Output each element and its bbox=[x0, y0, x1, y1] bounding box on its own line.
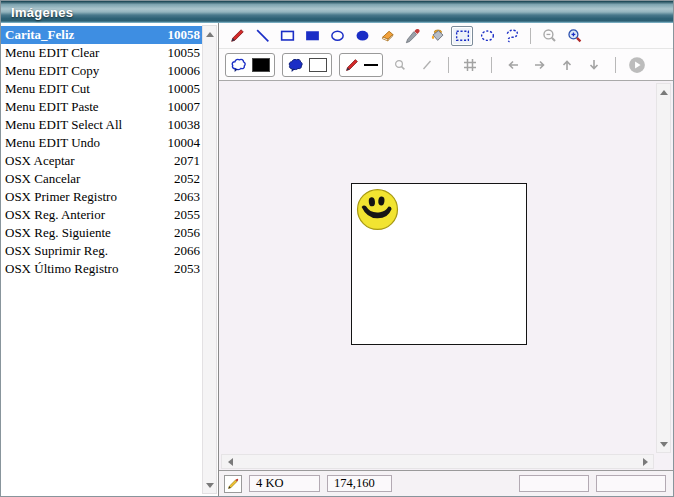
window-title: Imágenes bbox=[11, 5, 73, 20]
item-name: Carita_Feliz bbox=[5, 27, 168, 43]
filled-oval-tool-button[interactable] bbox=[351, 26, 373, 46]
item-name: Menu EDIT Undo bbox=[5, 135, 168, 151]
up-arrow-icon bbox=[660, 90, 668, 95]
play-icon bbox=[628, 56, 646, 74]
scroll-right-arrow[interactable] bbox=[638, 455, 652, 468]
oval-icon bbox=[329, 27, 346, 44]
arrow-up-icon bbox=[559, 57, 575, 73]
item-id: 10055 bbox=[168, 45, 201, 61]
grid-button bbox=[460, 55, 480, 75]
title-bar: Imágenes bbox=[1, 1, 673, 23]
select-rectangle-tool-button[interactable] bbox=[451, 26, 473, 46]
list-item[interactable]: Menu EDIT Undo 10004 bbox=[1, 134, 202, 152]
image-list-panel: Carita_Feliz 10058 Menu EDIT Clear 10055… bbox=[1, 23, 219, 496]
scroll-left-arrow[interactable] bbox=[223, 455, 237, 468]
grid-icon bbox=[462, 57, 478, 73]
list-item[interactable]: OSX Primer Registro 2063 bbox=[1, 188, 202, 206]
list-item[interactable]: OSX Suprimir Reg. 2066 bbox=[1, 242, 202, 260]
item-id: 2055 bbox=[174, 207, 200, 223]
horizontal-scrollbar[interactable] bbox=[221, 454, 654, 469]
foreground-color-swatch[interactable] bbox=[252, 58, 270, 72]
list-item[interactable]: Menu EDIT Copy 10006 bbox=[1, 62, 202, 80]
item-name: OSX Suprimir Reg. bbox=[5, 243, 174, 259]
magnifier-small-icon bbox=[393, 58, 407, 72]
status-bar: 4 KO 174,160 bbox=[219, 470, 673, 496]
up-arrow-icon bbox=[206, 32, 214, 37]
item-name: OSX Cancelar bbox=[5, 171, 174, 187]
line-width-picker[interactable] bbox=[339, 53, 383, 77]
nudge-up-button bbox=[557, 55, 577, 75]
filled-rectangle-icon bbox=[304, 27, 321, 44]
scroll-up-arrow[interactable] bbox=[203, 27, 216, 41]
picture-editor-panel: 4 KO 174,160 bbox=[219, 23, 673, 496]
list-item[interactable]: Carita_Feliz 10058 bbox=[1, 26, 202, 44]
nudge-right-button bbox=[530, 55, 550, 75]
item-id: 2071 bbox=[174, 153, 200, 169]
list-item[interactable]: Menu EDIT Cut 10005 bbox=[1, 80, 202, 98]
list-scrollbar[interactable] bbox=[202, 25, 217, 494]
paint-bucket-tool-button[interactable] bbox=[426, 26, 448, 46]
window-body: Carita_Feliz 10058 Menu EDIT Clear 10055… bbox=[1, 23, 673, 496]
rectangle-tool-button[interactable] bbox=[276, 26, 298, 46]
list-item[interactable]: OSX Último Registro 2053 bbox=[1, 260, 202, 278]
toolbar-separator bbox=[491, 57, 492, 73]
item-id: 10038 bbox=[168, 117, 201, 133]
list-item[interactable]: Menu EDIT Clear 10055 bbox=[1, 44, 202, 62]
item-name: Menu EDIT Copy bbox=[5, 63, 168, 79]
list-item[interactable]: OSX Reg. Anterior 2055 bbox=[1, 206, 202, 224]
scroll-down-arrow[interactable] bbox=[203, 478, 216, 492]
rectangle-icon bbox=[279, 27, 296, 44]
list-item[interactable]: OSX Aceptar 2071 bbox=[1, 152, 202, 170]
list-item[interactable]: OSX Cancelar 2052 bbox=[1, 170, 202, 188]
pencil-tool-button[interactable] bbox=[226, 26, 248, 46]
item-name: OSX Aceptar bbox=[5, 153, 174, 169]
zoom-in-button[interactable] bbox=[563, 26, 585, 46]
scroll-up-arrow[interactable] bbox=[657, 85, 670, 99]
line-width-sample bbox=[364, 64, 378, 66]
scroll-down-arrow[interactable] bbox=[657, 437, 670, 451]
item-id: 2052 bbox=[174, 171, 200, 187]
arrow-down-icon bbox=[586, 57, 602, 73]
line-tool-button[interactable] bbox=[251, 26, 273, 46]
background-color-picker[interactable] bbox=[282, 53, 332, 77]
list-item[interactable]: Menu EDIT Select All 10038 bbox=[1, 116, 202, 134]
lasso-tool-button[interactable] bbox=[501, 26, 523, 46]
canvas-area[interactable] bbox=[219, 81, 673, 470]
eyedropper-tool-button[interactable] bbox=[401, 26, 423, 46]
vertical-scrollbar[interactable] bbox=[656, 83, 671, 453]
select-oval-tool-button[interactable] bbox=[476, 26, 498, 46]
item-name: Menu EDIT Cut bbox=[5, 81, 168, 97]
arrow-left-icon bbox=[505, 57, 521, 73]
pencil-small-icon bbox=[226, 477, 240, 491]
eraser-tool-button[interactable] bbox=[376, 26, 398, 46]
status-field-empty bbox=[519, 475, 589, 492]
marquee-rectangle-icon bbox=[454, 27, 471, 44]
item-id: 10006 bbox=[168, 63, 201, 79]
play-button bbox=[627, 55, 647, 75]
filled-rectangle-tool-button[interactable] bbox=[301, 26, 323, 46]
arrow-right-icon bbox=[532, 57, 548, 73]
item-name: OSX Reg. Siguiente bbox=[5, 225, 174, 241]
pencil-icon bbox=[344, 57, 360, 73]
magnifier-small-button bbox=[390, 55, 410, 75]
nudge-down-button bbox=[584, 55, 604, 75]
smiley-image bbox=[356, 188, 399, 231]
marquee-oval-icon bbox=[479, 27, 496, 44]
lasso-icon bbox=[504, 27, 521, 44]
foreground-color-picker[interactable] bbox=[225, 53, 275, 77]
list-item[interactable]: OSX Reg. Siguiente 2056 bbox=[1, 224, 202, 242]
item-id: 2066 bbox=[174, 243, 200, 259]
paint-bucket-icon bbox=[429, 27, 446, 44]
image-dimensions-field: 174,160 bbox=[327, 475, 392, 492]
list-item[interactable]: Menu EDIT Paste 10007 bbox=[1, 98, 202, 116]
oval-tool-button[interactable] bbox=[326, 26, 348, 46]
filled-oval-icon bbox=[354, 27, 371, 44]
picture-canvas[interactable] bbox=[351, 183, 527, 345]
eraser-icon bbox=[379, 27, 396, 44]
images-library-window: Imágenes Carita_Feliz 10058 Menu EDIT Cl… bbox=[0, 0, 674, 497]
left-arrow-icon bbox=[228, 458, 233, 466]
toolbar-separator bbox=[530, 28, 531, 44]
item-name: Menu EDIT Paste bbox=[5, 99, 168, 115]
background-color-swatch[interactable] bbox=[309, 58, 327, 72]
toolbar-separator bbox=[615, 57, 616, 73]
